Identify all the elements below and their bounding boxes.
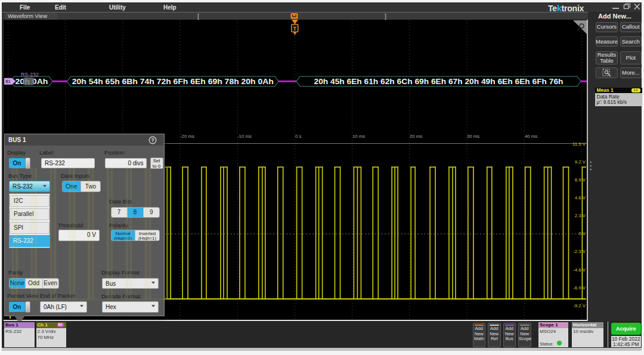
svg-text:?: ?: [151, 137, 154, 143]
svg-text:2.3 V: 2.3 V: [575, 213, 586, 218]
svg-text:-10 ms: -10 ms: [237, 134, 252, 139]
svg-text:30 ms: 30 ms: [467, 134, 479, 139]
svg-text:T: T: [293, 26, 297, 32]
svg-text:6.9 V: 6.9 V: [575, 177, 586, 183]
svg-text:RS-232: RS-232: [21, 72, 39, 78]
svg-text:40 ms: 40 ms: [525, 134, 537, 139]
svg-text:10 ms: 10 ms: [352, 134, 365, 139]
svg-text:0 V: 0 V: [578, 231, 586, 236]
svg-text:0 s: 0 s: [295, 134, 302, 139]
svg-text:-4.6 V: -4.6 V: [573, 267, 586, 273]
svg-text:11.5 V: 11.5 V: [572, 141, 586, 147]
svg-text:-20 ms: -20 ms: [180, 134, 194, 139]
svg-text:20h 54h 65h 6Bh 74h 72h 6Fh 6E: 20h 54h 65h 6Bh 74h 72h 6Fh 6Eh 69h 78h …: [72, 78, 274, 86]
svg-text:B1: B1: [5, 79, 11, 84]
svg-text:-9.2 V: -9.2 V: [573, 303, 586, 308]
svg-text:9.2 V: 9.2 V: [575, 159, 586, 165]
svg-text:4.6 V: 4.6 V: [575, 195, 586, 200]
svg-text:-2.3 V: -2.3 V: [573, 249, 586, 254]
svg-text:20h 45h 6Eh 61h 62h 6Ch 69h 6E: 20h 45h 6Eh 61h 62h 6Ch 69h 6Eh 67h 20h …: [314, 78, 564, 86]
svg-text:-6.9 V: -6.9 V: [573, 285, 586, 291]
svg-text:20 ms: 20 ms: [410, 134, 422, 139]
